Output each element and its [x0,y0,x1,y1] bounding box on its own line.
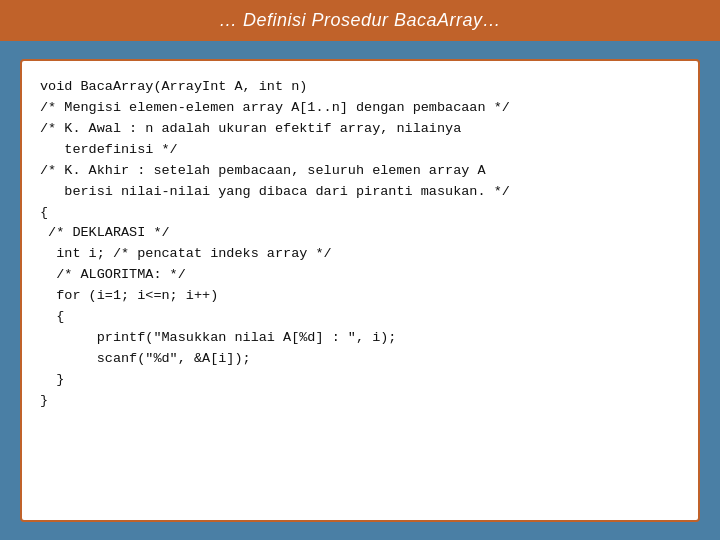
code-block: void BacaArray(ArrayInt A, int n) /* Men… [40,77,680,412]
header-bar: … Definisi Prosedur BacaArray… [0,0,720,41]
code-box: void BacaArray(ArrayInt A, int n) /* Men… [20,59,700,522]
main-content: void BacaArray(ArrayInt A, int n) /* Men… [0,41,720,540]
header-title: … Definisi Prosedur BacaArray… [219,10,501,30]
